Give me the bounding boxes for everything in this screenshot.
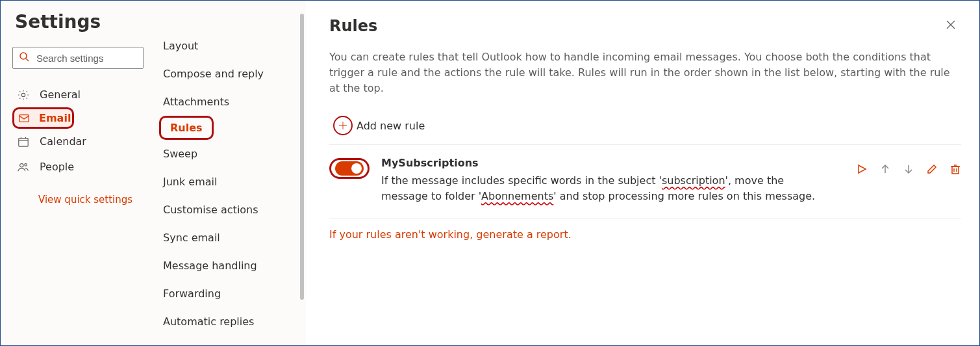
sidebar-item-label: General [40,88,81,101]
move-down-icon[interactable] [903,163,914,178]
svg-point-0 [20,53,27,59]
settings-title: Settings [15,11,150,33]
subnav-sync[interactable]: Sync email [157,224,299,252]
subnav-sweep[interactable]: Sweep [157,140,299,168]
run-rule-icon[interactable] [856,163,868,178]
rule-name: MySubscriptions [381,157,844,169]
rule-toggle[interactable] [335,161,364,176]
svg-rect-3 [19,114,29,122]
search-icon [19,51,29,64]
subnav-attachments[interactable]: Attachments [157,88,299,116]
subnav-compose[interactable]: Compose and reply [157,60,299,88]
search-input[interactable] [12,47,144,69]
sidebar-item-people[interactable]: People [12,154,150,180]
scrollbar[interactable] [299,1,306,345]
sidebar-item-email[interactable]: Email [12,107,150,129]
people-icon [18,161,31,173]
subnav-junk[interactable]: Junk email [157,168,299,196]
generate-report-link[interactable]: If your rules aren't working, generate a… [329,219,961,241]
subnav-message-handling[interactable]: Message handling [157,252,299,280]
sidebar-item-label: People [40,161,74,173]
view-quick-settings-link[interactable]: View quick settings [38,194,132,206]
calendar-icon [18,136,31,148]
svg-point-8 [20,163,23,166]
svg-point-2 [21,93,25,96]
subnav-forwarding[interactable]: Forwarding [157,280,299,308]
sidebar-item-label: Email [39,112,71,124]
subnav-layout[interactable]: Layout [157,32,299,60]
add-new-rule-label: Add new rule [357,120,425,132]
close-button[interactable] [940,16,961,35]
svg-line-1 [26,59,29,61]
svg-rect-17 [952,166,959,174]
sidebar-item-calendar[interactable]: Calendar [12,129,150,154]
add-new-rule-button[interactable]: Add new rule [329,116,961,135]
rules-description: You can create rules that tell Outlook h… [329,49,961,96]
plus-icon [333,116,353,135]
mail-icon [18,113,30,124]
gear-icon [18,89,31,101]
page-title: Rules [329,17,377,35]
subnav-automatic-replies[interactable]: Automatic replies [157,308,299,336]
sidebar-item-label: Calendar [40,135,86,148]
edit-rule-icon[interactable] [926,163,938,178]
svg-rect-4 [19,138,28,146]
svg-point-9 [25,163,27,166]
svg-marker-14 [859,165,866,173]
subnav-rules[interactable]: Rules [157,116,299,140]
subnav-customise[interactable]: Customise actions [157,196,299,224]
sidebar-item-general[interactable]: General [12,82,150,107]
rule-description: If the message includes specific words i… [381,173,823,204]
delete-rule-icon[interactable] [949,163,961,178]
move-up-icon[interactable] [879,163,891,178]
